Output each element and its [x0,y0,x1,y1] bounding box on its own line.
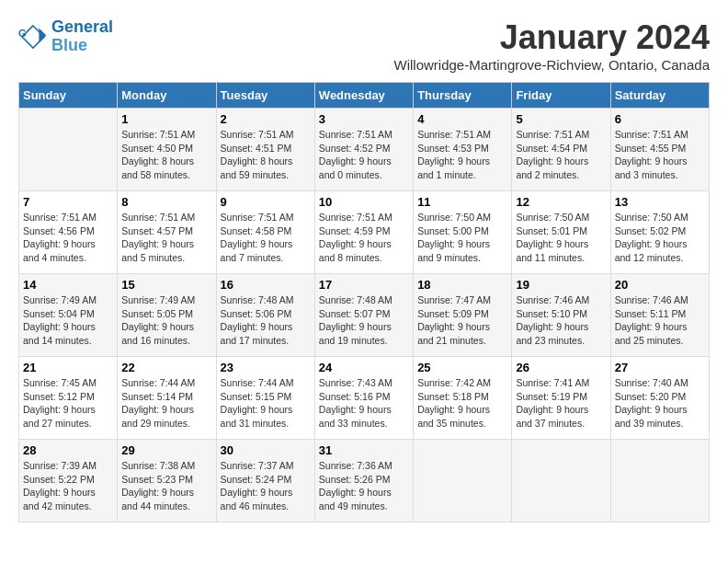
day-info: Sunrise: 7:44 AMSunset: 5:14 PMDaylight:… [121,376,211,431]
day-number: 18 [417,278,507,292]
day-number: 21 [23,361,113,374]
day-number: 30 [221,443,311,457]
calendar-body: 1Sunrise: 7:51 AMSunset: 4:50 PMDaylight… [19,109,710,523]
day-info: Sunrise: 7:51 AMSunset: 4:50 PMDaylight:… [121,128,211,182]
day-info: Sunrise: 7:50 AMSunset: 5:02 PMDaylight:… [615,211,705,265]
day-info: Sunrise: 7:49 AMSunset: 5:05 PMDaylight:… [121,293,211,348]
day-number: 12 [516,195,606,209]
day-number: 5 [516,112,606,126]
calendar-cell: 11Sunrise: 7:50 AMSunset: 5:00 PMDayligh… [414,191,512,274]
day-info: Sunrise: 7:39 AMSunset: 5:22 PMDaylight:… [23,459,113,513]
day-number: 29 [121,443,211,457]
title-section: January 2024 Willowridge-Martingrove-Ric… [394,18,710,73]
calendar-week-row: 28Sunrise: 7:39 AMSunset: 5:22 PMDayligh… [19,440,710,523]
day-number: 26 [516,361,606,374]
day-info: Sunrise: 7:40 AMSunset: 5:20 PMDaylight:… [615,376,705,431]
calendar-table: Sunday Monday Tuesday Wednesday Thursday… [18,82,710,523]
calendar-title: January 2024 [394,18,710,57]
header-tuesday: Tuesday [216,83,314,109]
calendar-cell: 24Sunrise: 7:43 AMSunset: 5:16 PMDayligh… [314,357,413,440]
calendar-week-row: 1Sunrise: 7:51 AMSunset: 4:50 PMDaylight… [19,109,710,191]
svg-marker-2 [39,28,46,42]
day-number: 22 [121,361,211,374]
day-number: 2 [221,112,311,126]
day-number: 1 [121,112,211,126]
calendar-cell: 20Sunrise: 7:46 AMSunset: 5:11 PMDayligh… [610,274,709,357]
day-info: Sunrise: 7:41 AMSunset: 5:19 PMDaylight:… [516,376,606,431]
calendar-cell: 9Sunrise: 7:51 AMSunset: 4:58 PMDaylight… [216,191,314,274]
calendar-cell [19,109,118,191]
day-info: Sunrise: 7:47 AMSunset: 5:09 PMDaylight:… [417,293,507,348]
day-number: 4 [417,112,507,126]
day-number: 17 [319,278,409,292]
calendar-cell: 22Sunrise: 7:44 AMSunset: 5:14 PMDayligh… [118,357,216,440]
day-info: Sunrise: 7:46 AMSunset: 5:11 PMDaylight:… [615,293,705,348]
day-number: 24 [319,361,409,374]
day-info: Sunrise: 7:48 AMSunset: 5:06 PMDaylight:… [221,293,311,348]
day-number: 25 [417,361,507,374]
day-number: 6 [615,112,705,126]
calendar-cell: 28Sunrise: 7:39 AMSunset: 5:22 PMDayligh… [19,440,118,523]
day-info: Sunrise: 7:48 AMSunset: 5:07 PMDaylight:… [319,293,409,348]
calendar-cell: 1Sunrise: 7:51 AMSunset: 4:50 PMDaylight… [118,109,216,191]
logo-line1: General [51,17,113,36]
day-info: Sunrise: 7:51 AMSunset: 4:53 PMDaylight:… [417,128,507,182]
calendar-week-row: 14Sunrise: 7:49 AMSunset: 5:04 PMDayligh… [19,274,710,357]
calendar-cell: 8Sunrise: 7:51 AMSunset: 4:57 PMDaylight… [118,191,216,274]
day-info: Sunrise: 7:46 AMSunset: 5:10 PMDaylight:… [516,293,606,348]
day-info: Sunrise: 7:51 AMSunset: 4:51 PMDaylight:… [221,128,311,182]
day-info: Sunrise: 7:51 AMSunset: 4:58 PMDaylight:… [221,211,311,265]
calendar-cell: 10Sunrise: 7:51 AMSunset: 4:59 PMDayligh… [314,191,413,274]
day-info: Sunrise: 7:49 AMSunset: 5:04 PMDaylight:… [23,293,113,348]
day-number: 3 [319,112,409,126]
day-info: Sunrise: 7:50 AMSunset: 5:01 PMDaylight:… [516,211,606,265]
header-saturday: Saturday [610,83,709,109]
day-info: Sunrise: 7:51 AMSunset: 4:57 PMDaylight:… [121,211,211,265]
day-number: 7 [23,195,113,209]
day-info: Sunrise: 7:51 AMSunset: 4:56 PMDaylight:… [23,211,113,265]
day-number: 13 [615,195,705,209]
logo-text: General Blue [51,18,113,55]
calendar-cell: 13Sunrise: 7:50 AMSunset: 5:02 PMDayligh… [610,191,709,274]
day-number: 16 [221,278,311,292]
day-info: Sunrise: 7:42 AMSunset: 5:18 PMDaylight:… [417,376,507,431]
logo-line2: Blue [51,36,87,54]
calendar-cell: 25Sunrise: 7:42 AMSunset: 5:18 PMDayligh… [414,357,512,440]
calendar-cell: 14Sunrise: 7:49 AMSunset: 5:04 PMDayligh… [19,274,118,357]
calendar-week-row: 21Sunrise: 7:45 AMSunset: 5:12 PMDayligh… [19,357,710,440]
day-info: Sunrise: 7:51 AMSunset: 4:55 PMDaylight:… [615,128,705,182]
day-number: 8 [121,195,211,209]
calendar-cell: 6Sunrise: 7:51 AMSunset: 4:55 PMDaylight… [610,109,709,191]
header-thursday: Thursday [414,83,512,109]
day-number: 28 [23,443,113,457]
calendar-cell: 30Sunrise: 7:37 AMSunset: 5:24 PMDayligh… [216,440,314,523]
day-number: 23 [221,361,311,374]
day-info: Sunrise: 7:38 AMSunset: 5:23 PMDaylight:… [121,459,211,513]
calendar-cell: 29Sunrise: 7:38 AMSunset: 5:23 PMDayligh… [118,440,216,523]
calendar-cell: 2Sunrise: 7:51 AMSunset: 4:51 PMDaylight… [216,109,314,191]
calendar-cell [512,440,610,523]
header-row: Sunday Monday Tuesday Wednesday Thursday… [19,83,710,109]
day-info: Sunrise: 7:51 AMSunset: 4:54 PMDaylight:… [516,128,606,182]
day-info: Sunrise: 7:51 AMSunset: 4:59 PMDaylight:… [319,211,409,265]
day-number: 20 [615,278,705,292]
calendar-cell: 18Sunrise: 7:47 AMSunset: 5:09 PMDayligh… [414,274,512,357]
day-number: 31 [319,443,409,457]
calendar-cell: 26Sunrise: 7:41 AMSunset: 5:19 PMDayligh… [512,357,610,440]
day-number: 14 [23,278,113,292]
calendar-cell: 27Sunrise: 7:40 AMSunset: 5:20 PMDayligh… [610,357,709,440]
calendar-cell [414,440,512,523]
header-friday: Friday [512,83,610,109]
calendar-cell: 3Sunrise: 7:51 AMSunset: 4:52 PMDaylight… [314,109,413,191]
calendar-header: Sunday Monday Tuesday Wednesday Thursday… [19,83,710,109]
day-info: Sunrise: 7:43 AMSunset: 5:16 PMDaylight:… [319,376,409,431]
calendar-cell: 21Sunrise: 7:45 AMSunset: 5:12 PMDayligh… [19,357,118,440]
day-number: 9 [221,195,311,209]
header-wednesday: Wednesday [314,83,413,109]
calendar-cell: 17Sunrise: 7:48 AMSunset: 5:07 PMDayligh… [314,274,413,357]
day-info: Sunrise: 7:45 AMSunset: 5:12 PMDaylight:… [23,376,113,431]
header-sunday: Sunday [19,83,118,109]
day-number: 10 [319,195,409,209]
day-info: Sunrise: 7:36 AMSunset: 5:26 PMDaylight:… [319,459,409,513]
page-header: G General Blue January 2024 Willowridge-… [18,18,710,73]
